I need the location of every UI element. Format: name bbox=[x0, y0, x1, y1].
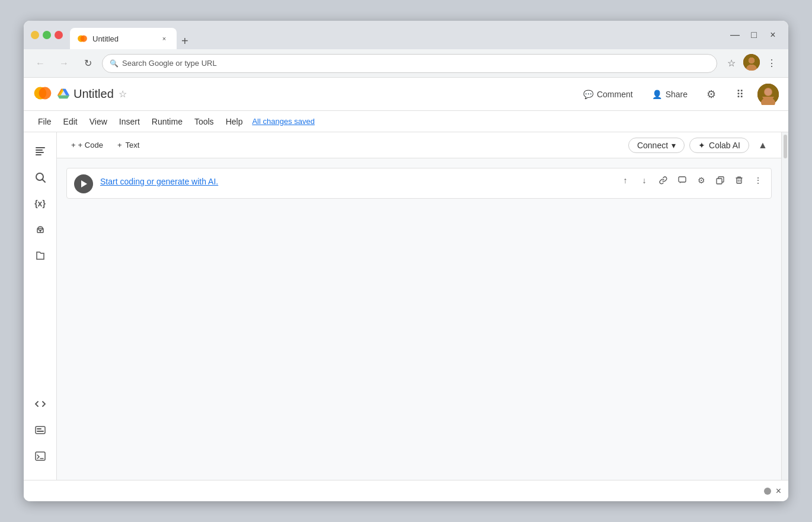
search-icon: 🔍 bbox=[110, 59, 119, 68]
chrome-close-button[interactable]: × bbox=[765, 27, 781, 43]
bottom-bar: × bbox=[24, 480, 788, 501]
bottom-close-button[interactable]: × bbox=[776, 486, 781, 496]
user-avatar-small[interactable] bbox=[743, 54, 760, 71]
add-code-button[interactable]: + + Code bbox=[66, 138, 108, 152]
add-text-button[interactable]: + Text bbox=[113, 138, 144, 152]
run-cell-button[interactable] bbox=[74, 174, 93, 193]
cell-comment-button[interactable] bbox=[674, 172, 690, 189]
svg-rect-15 bbox=[36, 152, 44, 153]
menu-runtime[interactable]: Runtime bbox=[147, 114, 187, 129]
reload-button[interactable]: ↻ bbox=[78, 54, 97, 73]
menu-edit[interactable]: Edit bbox=[59, 114, 82, 129]
share-button[interactable]: 👤 Share bbox=[646, 86, 693, 103]
colab-logo-icon bbox=[33, 84, 52, 103]
generate-link[interactable]: generate bbox=[156, 177, 189, 186]
sidebar-item-variables[interactable]: {x} bbox=[28, 192, 52, 215]
colab-ai-label: Colab AI bbox=[709, 141, 740, 150]
scrollbar[interactable] bbox=[781, 132, 788, 480]
menu-view[interactable]: View bbox=[85, 114, 112, 129]
comment-cell-icon bbox=[678, 176, 686, 184]
changes-saved-status[interactable]: All changes saved bbox=[252, 117, 315, 126]
chrome-tab-bar: Untitled × + — □ × bbox=[24, 21, 788, 49]
sidebar-item-code-snippets[interactable] bbox=[28, 392, 52, 416]
chrome-actions: — □ × bbox=[727, 27, 781, 43]
content-area: + + Code + Text Connect ▾ ✦ bbox=[57, 132, 781, 480]
menu-bar: File Edit View Insert Runtime Tools Help… bbox=[24, 111, 788, 132]
svg-point-12 bbox=[765, 88, 772, 96]
cell-link-button[interactable] bbox=[655, 172, 672, 189]
svg-rect-26 bbox=[36, 452, 45, 460]
bookmark-button[interactable]: ☆ bbox=[722, 54, 741, 73]
comment-icon: 💬 bbox=[583, 90, 593, 99]
tab-close-button[interactable]: × bbox=[159, 33, 170, 44]
sidebar-item-terminal[interactable] bbox=[28, 444, 52, 468]
main-layout: {x} bbox=[24, 132, 788, 480]
nav-right-actions: ☆ ⋮ bbox=[722, 54, 781, 73]
sidebar-item-command-palette[interactable] bbox=[28, 418, 52, 442]
terminal-icon bbox=[34, 450, 46, 462]
tab-bar: Untitled × + bbox=[70, 21, 722, 49]
scrollbar-thumb[interactable] bbox=[784, 135, 787, 158]
svg-rect-30 bbox=[717, 179, 722, 184]
plus-text-icon: + bbox=[117, 141, 122, 149]
connect-button[interactable]: Connect ▾ bbox=[628, 138, 685, 153]
close-button[interactable] bbox=[55, 31, 63, 39]
code-snippets-icon bbox=[34, 398, 46, 410]
share-label: Share bbox=[666, 90, 688, 99]
menu-file[interactable]: File bbox=[33, 114, 56, 129]
sidebar-bottom bbox=[28, 392, 52, 473]
maximize-button[interactable] bbox=[43, 31, 51, 39]
cell-move-down-button[interactable]: ↓ bbox=[636, 172, 653, 189]
minimize-button[interactable] bbox=[31, 31, 39, 39]
svg-rect-16 bbox=[36, 154, 41, 155]
svg-rect-23 bbox=[36, 426, 45, 434]
comment-button[interactable]: 💬 Comment bbox=[577, 86, 639, 103]
apps-grid-button[interactable]: ⠿ bbox=[729, 84, 750, 105]
cell-delete-button[interactable] bbox=[731, 172, 747, 189]
back-button[interactable]: ← bbox=[31, 54, 50, 73]
command-palette-icon bbox=[34, 424, 46, 436]
user-avatar-large[interactable] bbox=[757, 84, 779, 105]
menu-help[interactable]: Help bbox=[221, 114, 248, 129]
sidebar-item-secrets[interactable] bbox=[28, 218, 52, 241]
forward-button[interactable]: → bbox=[55, 54, 73, 73]
copy-icon bbox=[716, 176, 724, 184]
document-title: Untitled bbox=[73, 87, 114, 101]
colab-tab-icon bbox=[77, 33, 88, 44]
sidebar-item-table-of-contents[interactable] bbox=[28, 139, 52, 163]
app-header: Untitled ☆ 💬 Comment 👤 Share ⚙ ⠿ bbox=[24, 78, 788, 111]
google-drive-icon bbox=[57, 88, 70, 101]
cell-copy-button[interactable] bbox=[712, 172, 728, 189]
cell-more-button[interactable]: ⋮ bbox=[750, 172, 766, 189]
variables-icon: {x} bbox=[34, 199, 46, 208]
cell-move-up-button[interactable]: ↑ bbox=[617, 172, 634, 189]
svg-point-1 bbox=[81, 35, 87, 42]
chrome-menu-button[interactable]: ⋮ bbox=[762, 54, 781, 73]
address-bar[interactable]: 🔍 Search Google or type URL bbox=[102, 54, 717, 73]
tab-favicon bbox=[77, 33, 88, 44]
settings-button[interactable]: ⚙ bbox=[701, 84, 722, 105]
cell-actions: ↑ ↓ bbox=[617, 172, 766, 189]
svg-line-18 bbox=[42, 180, 45, 183]
sidebar: {x} bbox=[24, 132, 57, 480]
collapse-button[interactable]: ▲ bbox=[754, 136, 772, 154]
address-text: Search Google or type URL bbox=[122, 59, 217, 68]
cell-placeholder: Start coding or generate with AI. bbox=[100, 173, 218, 186]
browser-tab[interactable]: Untitled × bbox=[70, 28, 177, 49]
colab-ai-button[interactable]: ✦ Colab AI bbox=[689, 138, 749, 153]
menu-insert[interactable]: Insert bbox=[114, 114, 145, 129]
star-button[interactable]: ☆ bbox=[119, 88, 127, 100]
chrome-maximize-button[interactable]: □ bbox=[746, 27, 762, 43]
link-icon bbox=[659, 176, 667, 184]
sidebar-item-files[interactable] bbox=[28, 244, 52, 268]
cell-toolbar: + + Code + Text Connect ▾ ✦ bbox=[57, 132, 781, 158]
files-icon bbox=[34, 250, 46, 262]
add-code-label: + Code bbox=[78, 141, 103, 149]
user-avatar-icon bbox=[757, 84, 779, 105]
header-right: 💬 Comment 👤 Share ⚙ ⠿ bbox=[577, 84, 779, 105]
sidebar-item-search[interactable] bbox=[28, 165, 52, 189]
new-tab-button[interactable]: + bbox=[177, 34, 193, 48]
menu-tools[interactable]: Tools bbox=[190, 114, 219, 129]
chrome-minimize-button[interactable]: — bbox=[727, 27, 743, 43]
cell-settings-button[interactable]: ⚙ bbox=[693, 172, 709, 189]
